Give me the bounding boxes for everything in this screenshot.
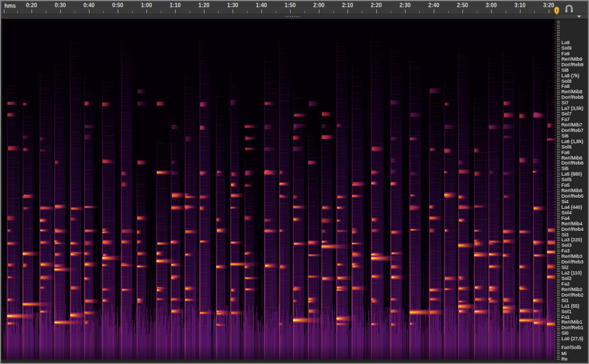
minor-tick (304, 11, 305, 13)
time-label: 2:30 (399, 2, 411, 8)
note-label: Re#/Mib5 (561, 188, 582, 193)
note-label: Fa4 (561, 215, 570, 221)
note-label: Sol2 (561, 276, 571, 281)
note-label: Fa#/Solb (561, 345, 581, 350)
note-label: Do#/Reb9 (561, 62, 583, 67)
major-tick (261, 9, 262, 13)
note-label: Re#/Mib9 (561, 56, 582, 62)
spectrogram-canvas[interactable] (3, 19, 555, 360)
scrollbar-grip[interactable] (285, 16, 299, 17)
magnet-icon[interactable] (564, 4, 574, 13)
minor-tick (333, 11, 334, 13)
note-label: La8 (7k) (561, 73, 579, 78)
minor-tick (419, 11, 420, 13)
note-label: Fa2 (561, 281, 570, 287)
note-label: Sol4 (561, 210, 571, 215)
minor-tick (534, 11, 535, 13)
major-tick (146, 9, 147, 13)
note-label: Si3 (561, 232, 569, 238)
minor-tick (276, 11, 276, 13)
major-tick (118, 9, 118, 13)
playhead-line (555, 19, 555, 360)
time-label: 1:50 (285, 2, 296, 8)
note-label: Sol1 (561, 309, 571, 314)
minor-tick (362, 11, 362, 13)
note-label: Sol6 (561, 144, 571, 150)
major-tick (376, 9, 377, 13)
time-label: 2:40 (428, 2, 439, 8)
time-label: 2:00 (313, 2, 324, 8)
major-tick (233, 9, 233, 13)
note-label: Re#/Mib3 (561, 254, 582, 259)
note-label: Fa7 (561, 117, 570, 122)
note-label: Si1 (561, 298, 569, 303)
major-tick (348, 9, 348, 13)
note-label: Si4 (561, 199, 569, 204)
time-label: 0:20 (26, 2, 37, 8)
note-label: Do#/Reb2 (561, 292, 583, 298)
note-label: La9 (561, 40, 570, 45)
note-label: Sol8 (561, 78, 571, 84)
note-label: La3 (220) (561, 237, 582, 242)
note-label: Sol5 (561, 177, 571, 182)
time-label: 2:50 (457, 2, 468, 8)
time-label: 1:00 (141, 2, 152, 8)
major-tick (319, 9, 319, 13)
note-label: La0 (27,5) (561, 336, 583, 341)
time-label: 1:30 (227, 2, 238, 8)
time-label: 0:30 (55, 2, 66, 8)
note-label: La1 (55) (561, 303, 579, 309)
note-label: Si2 (561, 265, 569, 270)
note-ruler[interactable]: La9Sol9Fa9Re#/Mib9Do#/Reb9Si8La8 (7k)Sol… (556, 19, 588, 363)
note-label: Fa6 (561, 150, 570, 155)
minor-tick (218, 11, 219, 13)
note-label: Sol3 (561, 242, 571, 248)
time-label: 2:20 (371, 2, 382, 8)
note-label: Do#/Reb6 (561, 160, 583, 166)
major-tick (491, 9, 492, 13)
major-tick (290, 9, 291, 13)
time-label: 0:40 (83, 2, 94, 8)
minor-tick (391, 11, 391, 13)
time-unit-label: hms (4, 3, 16, 9)
major-tick (434, 9, 434, 13)
note-label: Si7 (561, 100, 569, 105)
note-label: Si5 (561, 166, 569, 171)
note-label: Re#/Mib8 (561, 89, 582, 94)
horizontal-scrollbar[interactable] (1, 14, 588, 19)
note-label: Sol9 (561, 45, 571, 51)
major-tick (405, 9, 406, 13)
time-label: 1:10 (170, 2, 181, 8)
minor-tick (46, 11, 46, 13)
time-label: 2:10 (342, 2, 353, 8)
note-label: Do#/Reb8 (561, 94, 583, 100)
note-label: Re (561, 356, 567, 362)
note-label: Fa1 (561, 314, 570, 320)
major-tick (462, 9, 463, 13)
note-label: Re#/Mib7 (561, 122, 582, 128)
note-label: Fa3 (561, 248, 570, 254)
minor-tick (161, 11, 161, 13)
note-label: Re#/Mib1 (561, 319, 582, 325)
note-label: La2 (110) (561, 270, 582, 276)
minor-tick (247, 11, 248, 13)
major-tick (4, 9, 4, 13)
minor-tick (17, 11, 18, 13)
note-label: La6 (1,8k) (561, 139, 583, 144)
note-label: Mi (561, 351, 567, 356)
timeline-ruler[interactable]: hms 0:200:300:400:501:001:101:201:301:40… (1, 1, 588, 14)
time-label: 1:40 (256, 2, 267, 8)
note-label: Re#/Mib2 (561, 287, 582, 292)
chevron-down-icon[interactable] (577, 15, 581, 18)
note-ruler-header (556, 14, 588, 19)
major-tick (204, 9, 204, 13)
note-label: La7 (3,5k) (561, 105, 583, 111)
bottom-strip (1, 360, 556, 363)
note-label: Do (561, 362, 568, 364)
minor-tick (448, 11, 449, 13)
time-label: 1:20 (198, 2, 209, 8)
note-label: Si8 (561, 67, 569, 73)
minor-tick (190, 11, 190, 13)
note-label: La5 (880) (561, 171, 582, 177)
note-label: Sol7 (561, 111, 571, 117)
